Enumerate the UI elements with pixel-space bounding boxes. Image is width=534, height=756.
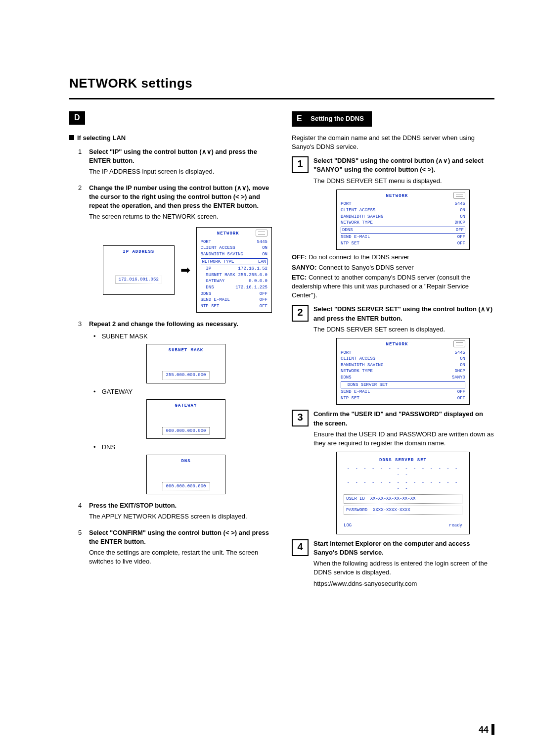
camera-icon [453,192,465,199]
step-number: 4 [78,501,82,510]
camera-icon [256,230,267,236]
step-box-4: 4 [292,539,309,556]
step-body: The IP ADDRESS input screen is displayed… [89,167,272,176]
page-title: NETWORK settings [69,74,494,92]
step-body: The DDNS SERVER SET screen is displayed. [313,325,494,334]
def-off-term: OFF: [292,253,307,261]
osd-network-full: NETWORK PORT5445 CLIENT ACCESSON BANDWID… [196,227,272,313]
osd-title: GATEWAY [151,403,221,409]
step-body: Once the settings are complete, restart … [89,548,272,566]
osd-ip-address: IP ADDRESS 172.016.001.052 [103,245,175,295]
step-lead: Confirm the "USER ID" and "PASSWORD" dis… [313,410,494,427]
osd-subnet: SUBNET MASK 255.000.000.000 [146,344,225,383]
right-step-3: 3 Confirm the "USER ID" and "PASSWORD" d… [292,410,494,449]
step-lead: Change the IP number using the control b… [89,184,269,209]
page-number: 44 [479,724,494,736]
osd-title: DDNS SERVER SET [344,457,462,464]
osd-title: IP ADDRESS [107,249,170,255]
step-lead: Press the EXIT/STOP button. [89,502,177,509]
section-e-intro: Register the domain name and set the DDN… [292,134,494,151]
osd-ddns-server-set: DDNS SERVER SET - - - - - - - - - - - - … [336,452,470,534]
osd-gateway: GATEWAY 000.000.000.000 [146,399,225,439]
left-column: D If selecting LAN 1 Select "IP" using t… [69,111,272,592]
step-lead: Select "IP" using the control button (∧∨… [89,148,257,164]
def-sanyo-term: SANYO: [292,264,317,271]
left-step-1: 1 Select "IP" using the control button (… [78,147,272,177]
step-number: 1 [78,147,82,156]
right-column: E Setting the DDNS Register the domain n… [292,111,494,592]
step-lead: Select "CONFIRM" using the control butto… [89,529,269,545]
section-d-header: D [69,111,272,124]
osd-step1-wrap: NETWORK PORT5445 CLIENT ACCESSON BANDWID… [312,189,494,250]
osd-value: 255.000.000.000 [162,371,209,379]
osd-network-ddns-off: NETWORK PORT5445 CLIENT ACCESSON BANDWID… [336,189,470,250]
step-body: The APPLY NETWORK ADDRESS screen is disp… [89,512,272,521]
osd-value: 172.016.001.052 [115,276,162,284]
dashes-row: - - - - - - - - - - - - - - - - [344,466,462,478]
step-lead: Start Internet Explorer on the computer … [313,539,494,557]
password-label: PASSWORD [346,508,367,513]
step-box-3: 3 [292,410,309,426]
osd-title: NETWORK [341,193,465,199]
ip-and-network-screens: IP ADDRESS 172.016.001.052 ➡ NETWORK [103,227,272,313]
subhead-if-lan-text: If selecting LAN [77,134,126,142]
osd-value: 000.000.000.000 [162,482,209,491]
ddns-url: https://www.ddns-sanyosecurity.com [313,579,494,588]
osd-step3-wrap: DDNS SERVER SET - - - - - - - - - - - - … [312,452,494,534]
right-step-1: 1 Select "DDNS" using the control button… [292,156,494,187]
osd-rows: PORT5445 CLIENT ACCESSON BANDWIDTH SAVIN… [201,239,267,310]
step-box-1: 1 [292,156,309,173]
section-e-header: E Setting the DDNS [292,111,372,126]
user-id-label: USER ID [346,496,365,501]
step-body: Ensure that the USER ID and PASSWORD are… [313,430,494,448]
camera-icon [453,340,465,347]
section-letter-e: E [292,112,305,125]
osd-dns: DNS 000.000.000.000 [146,455,225,494]
step-box-2: 2 [292,305,309,322]
def-sanyo-desc: Connect to Sanyo's DDNS server [317,264,414,271]
left-step-3: 3 Repeat 2 and change the following as n… [78,320,272,494]
osd-title: DNS [151,458,221,465]
osd-title: SUBNET MASK [151,347,221,354]
title-rule [69,98,494,99]
step-lead: Select "DDNS" using the control button (… [313,156,494,174]
left-step-4: 4 Press the EXIT/STOP button. The APPLY … [78,501,272,521]
arrow-right-icon: ➡ [180,262,190,279]
osd-title: NETWORK [341,341,465,348]
def-off-desc: Do not connect to the DDNS server [307,253,409,261]
square-bullet-icon [69,135,74,140]
manual-page: NETWORK settings D If selecting LAN 1 Se… [0,0,534,756]
log-label: LOG [344,522,352,529]
def-etc-term: ETC: [292,274,307,281]
section-letter-d: D [69,111,85,124]
osd-value: 000.000.000.000 [162,427,209,435]
osd-step2-wrap: NETWORK PORT5445 CLIENT ACCESSON BANDWID… [312,338,494,405]
page-number-bar-icon [491,724,494,735]
two-columns: D If selecting LAN 1 Select "IP" using t… [69,111,494,592]
step-body: When the following address is entered th… [313,559,494,577]
def-etc-desc: Connect to another company's DDNS server… [292,274,470,299]
step-body: The screen returns to the NETWORK screen… [89,212,272,221]
right-step-4: 4 Start Internet Explorer on the compute… [292,539,494,589]
bullet-list-params: SUBNET MASK SUBNET MASK 255.000.000.000 … [89,332,272,495]
step-lead: Select "DDNS SERVER SET" using the contr… [313,305,494,323]
step-number: 2 [78,184,82,192]
bullet-gateway: GATEWAY GATEWAY 000.000.000.000 [100,387,272,439]
log-status: ready [449,522,462,529]
section-e-title: Setting the DDNS [307,113,368,125]
bullet-dns: DNS DNS 000.000.000.000 [100,443,272,494]
left-step-5: 5 Select "CONFIRM" using the control but… [78,528,272,567]
left-step-list: 1 Select "IP" using the control button (… [78,147,272,566]
step-body: The DDNS SERVER SET menu is displayed. [313,177,494,186]
left-step-2: 2 Change the IP number using the control… [78,184,272,313]
bullet-subnet: SUBNET MASK SUBNET MASK 255.000.000.000 [100,332,272,383]
dashes-row: - - - - - - - - - - - - - - - - [344,480,462,492]
subhead-if-lan: If selecting LAN [69,134,272,142]
step-number: 3 [78,320,82,329]
password-value: XXXX-XXXX-XXXX [373,508,410,513]
right-step-2: 2 Select "DDNS SERVER SET" using the con… [292,305,494,335]
user-id-value: XX-XX-XX-XX-XX-XX [370,496,416,501]
osd-network-ddns-sanyo: NETWORK PORT5445 CLIENT ACCESSON BANDWID… [336,338,470,405]
ddns-option-definitions: OFF: Do not connect to the DDNS server S… [292,253,494,300]
step-number: 5 [78,528,82,537]
